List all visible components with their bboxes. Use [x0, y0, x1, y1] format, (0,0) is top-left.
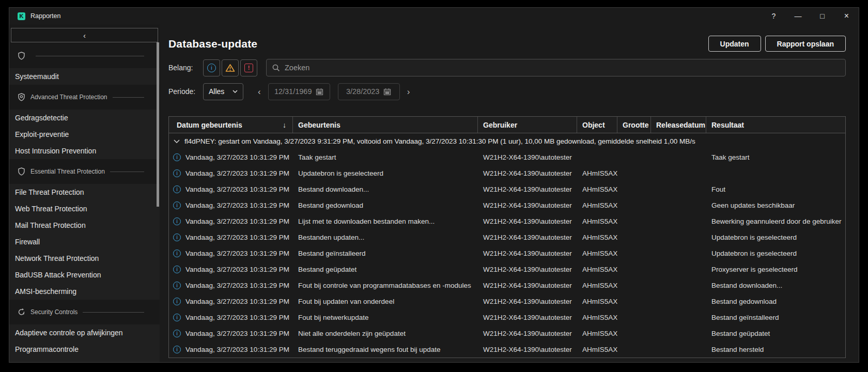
cell-gebeurtenis: Bestand downloaden... [293, 185, 478, 193]
cell-resultaat: Bestand hersteld [706, 346, 845, 353]
minimize-button[interactable]: — [786, 8, 810, 24]
sidebar-item-gedragsdetectie[interactable]: Gedragsdetectie [9, 110, 160, 126]
severity-filter-group: i ! [203, 59, 257, 76]
cell-resultaat: Bestand geïnstalleerd [706, 314, 845, 321]
cell-object: AHmIS5AX [577, 185, 617, 193]
sidebar-item-mail-threat-protection[interactable]: Mail Threat Protection [9, 217, 160, 234]
table-row[interactable]: iVandaag, 3/27/2023 10:31:29 PMNiet alle… [169, 326, 845, 342]
sidebar-item-badusb-attack-prevention[interactable]: BadUSB Attack Prevention [9, 267, 160, 283]
info-icon: i [173, 185, 181, 193]
date-to-field[interactable]: 3/28/2023 [338, 83, 400, 100]
sidebar-item-systeemaudit[interactable]: Systeemaudit [9, 68, 160, 85]
column-header-gebruiker[interactable]: Gebruiker [478, 117, 577, 133]
cell-gebeurtenis: Bestanden updaten... [293, 234, 478, 241]
sidebar-item-label: Adaptieve controle op afwijkingen [15, 329, 123, 337]
column-header-gebeurtenis[interactable]: Gebeurtenis [293, 117, 478, 133]
search-input[interactable] [285, 64, 840, 72]
period-range-select[interactable]: Alles [203, 83, 243, 100]
cell-object: AHmIS5AX [577, 169, 617, 177]
cell-object: AHmIS5AX [577, 218, 617, 225]
table-row[interactable]: iVandaag, 3/27/2023 10:31:29 PMBestanden… [169, 229, 845, 245]
sidebar-item-host-intrusion-prevention[interactable]: Host Intrusion Prevention [9, 143, 160, 159]
sidebar-item-label: Gedragsdetectie [15, 114, 68, 122]
column-header-object[interactable]: Object [577, 117, 617, 133]
cell-gebeurtenis: Bestand geüpdatet [293, 266, 478, 273]
main-panel: Database-update Updaten Rapport opslaan … [160, 24, 859, 362]
sidebar-item-file-threat-protection[interactable]: File Threat Protection [9, 184, 160, 200]
sidebar-section-unnamed [9, 43, 160, 68]
sidebar-item-amsi-bescherming[interactable]: AMSI-bescherming [9, 283, 160, 300]
next-period-button[interactable]: › [407, 87, 410, 96]
sidebar-item-firewall[interactable]: Firewall [9, 234, 160, 250]
sidebar-item-apparaatcontrole[interactable]: Apparaatcontrole [9, 358, 160, 362]
cell-object: AHmIS5AX [577, 330, 617, 337]
cell-datum: iVandaag, 3/27/2023 10:31:29 PM [169, 153, 293, 161]
close-button[interactable]: × [834, 8, 859, 24]
sidebar-collapse-button[interactable]: ‹ [11, 28, 158, 42]
event-date: Vandaag, 3/27/2023 10:31:29 PM [185, 330, 289, 337]
section-divider-line [36, 56, 144, 56]
info-icon: i [173, 314, 181, 321]
table-row[interactable]: iVandaag, 3/27/2023 10:31:29 PMFout bij … [169, 309, 845, 326]
update-button[interactable]: Updaten [708, 36, 761, 52]
sidebar-section-security-controls: Security Controls [9, 300, 160, 324]
cell-resultaat: Updatebron is geselecteerd [706, 250, 845, 257]
save-report-button[interactable]: Rapport opslaan [765, 36, 846, 52]
info-filter-button[interactable]: i [203, 59, 220, 76]
sidebar-scrollbar[interactable] [157, 42, 159, 207]
previous-period-button[interactable]: ‹ [258, 87, 261, 96]
sidebar-section-label: Security Controls [30, 308, 78, 316]
cell-resultaat: Bestand downloaden... [706, 282, 845, 289]
sidebar-item-label: Firewall [15, 238, 40, 246]
sidebar-section-label: Advanced Threat Protection [30, 94, 107, 101]
cell-gebeurtenis: Updatebron is geselecteerd [293, 169, 478, 177]
cell-resultaat: Proxyserver is geselecteerd [706, 266, 845, 273]
cell-gebeurtenis: Bestand geïnstalleerd [293, 250, 478, 257]
table-row[interactable]: iVandaag, 3/27/2023 10:31:29 PMFout bij … [169, 293, 845, 309]
column-header-datum[interactable]: Datum gebeurtenis ↓ [169, 117, 293, 133]
sidebar-item-network-threat-protection[interactable]: Network Threat Protection [9, 250, 160, 267]
help-button[interactable]: ? [762, 8, 786, 24]
table-row[interactable]: iVandaag, 3/27/2023 10:31:29 PMUpdatebro… [169, 165, 845, 181]
warning-triangle-icon [225, 64, 235, 72]
sidebar-item-web-threat-protection[interactable]: Web Threat Protection [9, 200, 160, 217]
sidebar-item-label: Exploit-preventie [15, 130, 69, 138]
date-to-value: 3/28/2023 [346, 87, 380, 96]
maximize-button[interactable]: □ [810, 8, 834, 24]
table-header-row: Datum gebeurtenis ↓ Gebeurtenis Gebruike… [169, 117, 845, 133]
table-row[interactable]: iVandaag, 3/27/2023 10:31:29 PMBestand t… [169, 342, 845, 358]
event-date: Vandaag, 3/27/2023 10:31:29 PM [185, 153, 289, 161]
sidebar-item-programmacontrole[interactable]: Programmacontrole [9, 341, 160, 358]
date-from-field[interactable]: 12/31/1969 [268, 83, 330, 100]
sidebar-item-exploit-preventie[interactable]: Exploit-preventie [9, 126, 160, 143]
minimize-icon: — [795, 12, 802, 20]
cell-object: AHmIS5AX [577, 298, 617, 305]
chevron-down-icon [233, 90, 238, 93]
sidebar-item-adaptieve-controle-op-afwijkingen[interactable]: Adaptieve controle op afwijkingen [9, 324, 160, 341]
severity-filter-label: Belang: [168, 64, 203, 72]
app-window: K Rapporten ? — □ × ‹ SysteemauditAdvanc… [9, 7, 859, 363]
column-header-resultaat[interactable]: Resultaat [706, 117, 845, 133]
column-header-grootte[interactable]: Grootte [617, 117, 651, 133]
sidebar: ‹ SysteemauditAdvanced Threat Protection… [9, 24, 160, 362]
table-row[interactable]: iVandaag, 3/27/2023 10:31:29 PMLijst met… [169, 213, 845, 229]
info-icon: i [173, 250, 181, 257]
table-row[interactable]: iVandaag, 3/27/2023 10:31:29 PMBestand g… [169, 261, 845, 277]
app-title: Rapporten [30, 12, 60, 20]
event-date: Vandaag, 3/27/2023 10:31:29 PM [185, 185, 289, 193]
table-row[interactable]: iVandaag, 3/27/2023 10:31:29 PMBestand g… [169, 197, 845, 213]
warning-filter-button[interactable] [222, 59, 239, 76]
cell-gebruiker: W21H2-X64-1390\autotester [478, 346, 577, 353]
info-icon: i [173, 346, 181, 353]
table-row[interactable]: iVandaag, 3/27/2023 10:31:29 PMTaak gest… [169, 149, 845, 165]
table-row[interactable]: iVandaag, 3/27/2023 10:31:29 PMBestand d… [169, 181, 845, 197]
info-icon: i [173, 169, 181, 177]
table-row[interactable]: iVandaag, 3/27/2023 10:31:29 PMFout bij … [169, 277, 845, 293]
critical-filter-button[interactable]: ! [240, 59, 257, 76]
column-header-releasedatum[interactable]: Releasedatum [651, 117, 706, 133]
info-icon: i [173, 234, 181, 241]
table-row[interactable]: iVandaag, 3/27/2023 10:31:29 PMBestand g… [169, 245, 845, 261]
sidebar-item-label: Systeemaudit [15, 72, 59, 81]
task-group-row[interactable]: fl4dPNEY: gestart om Vandaag, 3/27/2023 … [169, 133, 845, 149]
window-content: ‹ SysteemauditAdvanced Threat Protection… [9, 24, 859, 362]
